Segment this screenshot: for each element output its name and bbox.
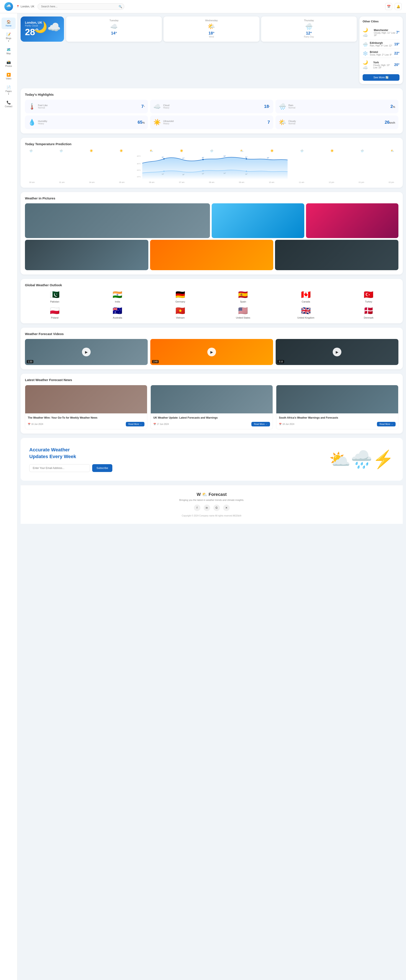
sidebar-item-blogs[interactable]: 📝 Blogs ▼ <box>2 30 16 44</box>
sidebar: 🏠 Home 📝 Blogs ▼ 🗺️ Map 📸 Photos ▶️ Vide… <box>0 13 17 527</box>
read-more-button-2[interactable]: Read More → <box>377 422 396 426</box>
logo-icon: 🌧️ <box>6 4 11 9</box>
google-icon[interactable]: G <box>213 504 220 511</box>
time-3: 05 am <box>119 181 124 183</box>
time-labels: 00 am 01 am 04 am 05 am 06 am 07 am 08 a… <box>25 181 398 183</box>
manchester-icon: 🌙☁️ <box>363 27 372 38</box>
country-spain[interactable]: 🇪🇸 Spain <box>213 290 273 303</box>
manchester-name: Manchester <box>374 29 396 32</box>
read-more-button-1[interactable]: Read More → <box>251 422 270 426</box>
news-date-1: 📅 17 Jun 2024 <box>153 423 169 425</box>
video-card-2[interactable]: ▶ 3:16 <box>276 339 398 365</box>
forecast-day-2: Thursday <box>263 19 355 22</box>
forecast-temp-1: 18° <box>166 31 257 36</box>
country-australia[interactable]: 🇦🇺 Australia <box>88 306 147 319</box>
video-card-0[interactable]: ▶ 1:30 <box>25 339 148 365</box>
video-card-1[interactable]: ▶ 2:40 <box>150 339 273 365</box>
subscribe-button[interactable]: Subscribe <box>92 464 113 472</box>
country-us[interactable]: 🇺🇸 United States <box>213 306 273 319</box>
forecast-temp-2: 12° <box>263 31 355 36</box>
videos-title: Weather Forecast Videos <box>25 332 398 336</box>
highlight-left-4: ☀️ Ultraviolet Heavy <box>153 119 174 126</box>
sidebar-item-photos[interactable]: 📸 Photos <box>2 58 16 70</box>
weather-photo-5 <box>150 240 273 270</box>
highlight-card-3: 💧 Humidity Heavy 65% <box>25 115 148 129</box>
forecast-temp-0: 14° <box>68 31 160 36</box>
linkedin-icon[interactable]: in <box>204 504 210 511</box>
picture-item-lake <box>150 240 273 270</box>
highlight-card-5: 🌤️ Cloudy Normal 26km/h <box>276 115 398 129</box>
calendar-icon[interactable]: 📅 <box>385 3 392 10</box>
sidebar-label-home: Home <box>6 24 11 27</box>
highlight-card-1: ☁️ Cloud Heavy 18° <box>150 100 273 113</box>
news-footer-0: 📅 16 Jun 2024 Read More → <box>28 422 144 426</box>
play-button-1[interactable]: ▶ <box>207 348 216 356</box>
location-text: London, UK <box>21 5 34 8</box>
country-germany[interactable]: 🇩🇪 Germany <box>151 290 210 303</box>
sidebar-item-map[interactable]: 🗺️ Map <box>2 45 16 57</box>
sidebar-item-pages[interactable]: 📄 Pages ▼ <box>2 83 16 97</box>
highlight-label-1: Cloud <box>163 104 170 107</box>
calendar-icon-2: 📅 <box>279 423 282 425</box>
highlight-sublabel-0: Normal <box>38 107 48 109</box>
svg-text:27°: 27° <box>182 158 185 159</box>
turkey-flag: 🇹🇷 <box>339 290 399 299</box>
picture-item-large <box>25 203 210 238</box>
country-india[interactable]: 🇮🇳 India <box>88 290 147 303</box>
humidity-icon: 💧 <box>28 119 36 126</box>
email-input[interactable] <box>29 464 90 472</box>
search-bar[interactable]: 🔍 <box>38 3 124 10</box>
chart-icon-7: ⛅ <box>240 149 244 152</box>
sidebar-label-contact: Contact <box>5 105 12 108</box>
sidebar-item-home[interactable]: 🏠 Home <box>2 18 16 29</box>
temp-chart-title: Today Temperature Prediction <box>25 142 398 146</box>
content-area: 🌙☁️ London, UK Partly Cloud 28° Tuesday … <box>17 13 406 527</box>
weather-photo-3 <box>306 203 399 238</box>
see-more-button[interactable]: See More 🔄 <box>363 74 400 81</box>
forecast-cards: Tuesday ☁️ 14° Wednesday 🌤️ 18° Wind Thu… <box>66 16 357 42</box>
play-button-0[interactable]: ▶ <box>82 348 90 356</box>
forecast-day-1: Wednesday <box>166 19 257 22</box>
country-vietnam[interactable]: 🇻🇳 Vietnam <box>151 306 210 319</box>
country-pakistan[interactable]: 🇵🇰 Pakistan <box>25 290 84 303</box>
weather-cards-row: 🌙☁️ London, UK Partly Cloud 28° Tuesday … <box>21 16 357 42</box>
canada-name: Canada <box>276 300 336 303</box>
highlights-grid: 🌡️ Feel Like Normal 7° ☁️ Cloud Heavy <box>25 100 398 129</box>
read-more-button-0[interactable]: Read More → <box>126 422 144 426</box>
time-6: 08 am <box>209 181 214 183</box>
newsletter-weather-icon: ⛅🌧️⚡ <box>329 449 394 469</box>
svg-text:14°: 14° <box>245 173 248 175</box>
video-duration-2: 3:16 <box>278 360 284 363</box>
search-input[interactable] <box>38 3 124 10</box>
header: 🌧️ 📍 London, UK 🔍 📅 🔔 <box>0 0 406 13</box>
country-uk[interactable]: 🇬🇧 United Kingdom <box>276 306 336 319</box>
contact-icon: 📞 <box>6 100 11 105</box>
country-denmark[interactable]: 🇩🇰 Denmark <box>339 306 399 319</box>
footer: W ⛅ Forecast Bringing you the latest in … <box>21 485 403 524</box>
country-poland[interactable]: 🇵🇱 Poland <box>25 306 84 319</box>
city-item-edinburgh: 🌧️ Edinburgh Rain, High: 8° Low: 12° 19° <box>363 40 400 49</box>
photos-icon: 📸 <box>6 60 11 64</box>
city-info-york: 🌙☁️ York Cloudy, High: 10° Low: 18° <box>363 60 394 70</box>
notification-icon[interactable]: 🔔 <box>395 3 402 10</box>
sidebar-item-contact[interactable]: 📞 Contact <box>2 98 16 110</box>
picture-item-dusk <box>306 203 399 238</box>
country-turkey[interactable]: 🇹🇷 Turkey <box>339 290 399 303</box>
highlight-label-5: Cloudy <box>289 120 296 123</box>
sidebar-label-map: Map <box>6 52 11 55</box>
forecast-icon-2: 🌧️ <box>263 23 355 30</box>
highlight-sublabel-3: Heavy <box>38 123 47 125</box>
play-button-2[interactable]: ▶ <box>333 348 341 356</box>
country-canada[interactable]: 🇨🇦 Canada <box>276 290 336 303</box>
svg-text:31°: 31° <box>162 156 164 158</box>
video-icon: ▶️ <box>6 73 11 77</box>
news-content-1: UK Weather Update: Latest Forecasts and … <box>151 414 273 429</box>
chart-icons-row: 🌧️ 🌧️ ☀️ ☀️ ⛅ ☀️ 🌧️ ⛅ ☀️ 🌧️ ☀️ 🌧️ ⛅ <box>25 149 398 152</box>
twitter-x-icon[interactable]: ✕ <box>223 504 230 511</box>
sidebar-item-video[interactable]: ▶️ Video <box>2 70 16 82</box>
blogs-icon: 📝 <box>6 32 11 37</box>
germany-name: Germany <box>151 300 210 303</box>
sidebar-label-photos: Photos <box>5 65 12 67</box>
manchester-temp: 7° <box>396 30 400 35</box>
facebook-icon[interactable]: f <box>194 504 200 511</box>
